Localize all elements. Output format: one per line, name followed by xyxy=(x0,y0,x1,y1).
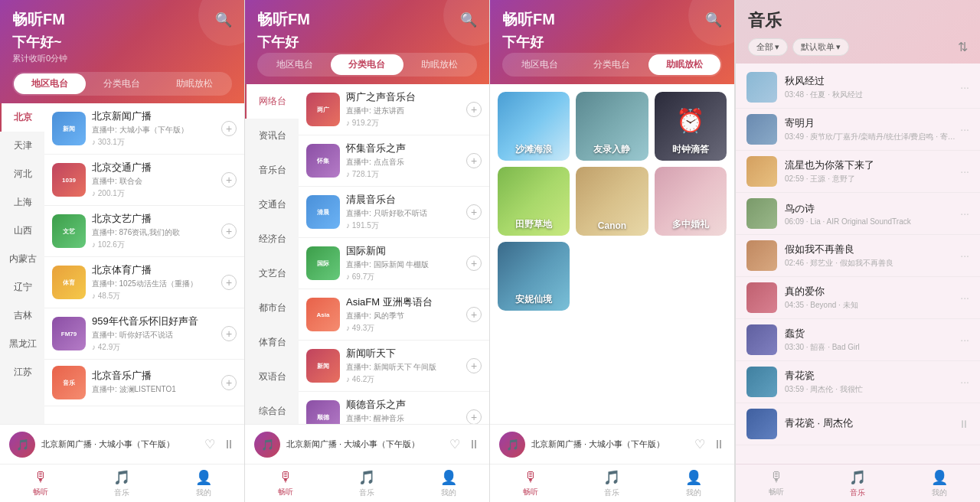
cat-station-7[interactable]: 顺德 顺德音乐之声 直播中: 醒神音乐 ♪ 34.1万 + xyxy=(299,392,489,424)
add-btn-2[interactable]: + xyxy=(221,172,237,187)
song-more-6[interactable]: ··· xyxy=(956,292,969,304)
nav-music-1[interactable]: 🎵 音乐 xyxy=(81,465,162,502)
song-item-5[interactable]: 假如我不再善良 02:46 · 郑艺业 · 假如我不再善良 ··· xyxy=(736,235,980,277)
tab-region-1[interactable]: 地区电台 xyxy=(14,73,86,94)
region-item-jilin[interactable]: 吉林 xyxy=(0,302,44,330)
tab-region-3[interactable]: 地区电台 xyxy=(504,54,576,75)
song-item-2[interactable]: 寄明月 03:49 · 庾节欣/丁嘉升/栾晴丹/统仕泽/费启鸣 · 寄明月 ··… xyxy=(736,109,980,151)
cat-add-2[interactable]: + xyxy=(466,153,482,168)
cat-item-arts[interactable]: 文艺台 xyxy=(245,256,299,291)
cat-item-traffic[interactable]: 交通台 xyxy=(245,187,299,222)
sleep-tile-waterfall[interactable]: 安妮仙境 xyxy=(498,242,570,311)
tab-category-2[interactable]: 分类电台 xyxy=(331,54,403,75)
cat-add-1[interactable]: + xyxy=(466,102,482,117)
tab-category-1[interactable]: 分类电台 xyxy=(86,73,158,94)
song-item-8[interactable]: 青花瓷 03:59 · 周杰伦 · 我很忙 ··· xyxy=(736,361,980,403)
region-item-shanxi[interactable]: 山西 xyxy=(0,217,44,245)
sleep-tile-beach[interactable]: 沙滩海浪 xyxy=(498,92,570,161)
heart-icon-2[interactable]: ♡ xyxy=(449,437,460,451)
cat-item-economy[interactable]: 经济台 xyxy=(245,222,299,256)
cat-add-5[interactable]: + xyxy=(466,307,482,322)
nav-profile-1[interactable]: 👤 我的 xyxy=(163,465,244,502)
cat-station-1[interactable]: 两广 两广之声音乐台 直播中: 进东讲西 ♪ 919.2万 + xyxy=(299,84,489,135)
cat-add-4[interactable]: + xyxy=(466,256,482,271)
region-item-hebei[interactable]: 河北 xyxy=(0,160,44,188)
cat-item-news[interactable]: 资讯台 xyxy=(245,119,299,153)
cat-item-network[interactable]: 网络台 xyxy=(245,84,299,119)
cat-add-6[interactable]: + xyxy=(466,358,482,373)
region-item-jiangsu[interactable]: 江苏 xyxy=(0,358,44,386)
cat-item-sports[interactable]: 体育台 xyxy=(245,325,299,360)
station-item-2[interactable]: 1039 北京交通广播 直播中: 联合会 ♪ 200.1万 + xyxy=(44,155,244,206)
station-item-4[interactable]: 体育 北京体育广播 直播中: 1025动活生活（重播） ♪ 48.5万 + xyxy=(44,257,244,308)
region-item-liaoning[interactable]: 辽宁 xyxy=(0,273,44,302)
region-item-shanghai[interactable]: 上海 xyxy=(0,188,44,217)
cat-station-3[interactable]: 清晨 清晨音乐台 直播中: 只听好歌不听话 ♪ 191.5万 + xyxy=(299,187,489,238)
tab-region-2[interactable]: 地区电台 xyxy=(259,54,331,75)
heart-icon-3[interactable]: ♡ xyxy=(694,437,705,451)
heart-icon-1[interactable]: ♡ xyxy=(204,437,215,451)
add-btn-1[interactable]: + xyxy=(221,121,237,136)
cat-station-6[interactable]: 新闻 新闻听天下 直播中: 新闻听天下 午间版 ♪ 46.2万 + xyxy=(299,341,489,392)
sleep-tile-canon[interactable]: Canon xyxy=(576,167,648,236)
song-item-9[interactable]: 青花瓷 · 周杰伦 ⏸ xyxy=(736,403,980,445)
nav-music-2[interactable]: 🎵 音乐 xyxy=(326,465,407,502)
nav-listen-3[interactable]: 🎙 畅听 xyxy=(490,465,571,502)
nav-listen-1[interactable]: 🎙 畅听 xyxy=(0,465,81,502)
region-item-tianjin[interactable]: 天津 xyxy=(0,132,44,160)
region-item-beijing[interactable]: 北京 xyxy=(0,103,44,132)
song-item-4[interactable]: 鸟の诗 06:09 · Lia · AIR Original SoundTrac… xyxy=(736,193,980,235)
filter-all[interactable]: 全部 ▾ xyxy=(748,38,788,56)
song-more-2[interactable]: ··· xyxy=(956,123,969,135)
song-more-5[interactable]: ··· xyxy=(956,249,969,262)
song-more-7[interactable]: ··· xyxy=(956,334,969,346)
song-more-4[interactable]: ··· xyxy=(956,207,969,220)
song-item-3[interactable]: 流星也为你落下来了 02:59 · 王源 · 意野了 ··· xyxy=(736,151,980,193)
tab-sleep-2[interactable]: 助眠放松 xyxy=(403,54,475,75)
station-item-5[interactable]: FM79 959年代音乐怀旧好声音 直播中: 听你好话不说话 ♪ 42.9万 + xyxy=(44,308,244,360)
tab-sleep-3[interactable]: 助眠放松 xyxy=(648,54,720,75)
sort-icon[interactable]: ⇅ xyxy=(958,40,968,54)
cat-station-2[interactable]: 怀集 怀集音乐之声 直播中: 点点音乐 ♪ 728.1万 + xyxy=(299,135,489,187)
nav-listen-4[interactable]: 🎙 畅听 xyxy=(736,465,817,502)
region-item-neimenggu[interactable]: 内蒙古 xyxy=(0,245,44,273)
cat-item-urban[interactable]: 都市台 xyxy=(245,291,299,325)
nav-profile-4[interactable]: 👤 我的 xyxy=(899,465,980,502)
nav-listen-2[interactable]: 🎙 畅听 xyxy=(245,465,326,502)
sleep-tile-field[interactable]: 田野草地 xyxy=(498,167,570,236)
cat-item-general[interactable]: 综合台 xyxy=(245,394,299,424)
station-item-3[interactable]: 文艺 北京文艺广播 直播中: 876资讯,我们的歌 ♪ 102.6万 + xyxy=(44,206,244,257)
cat-station-5[interactable]: Asia AsiaFM 亚洲粤语台 直播中: 风的季节 ♪ 49.3万 + xyxy=(299,289,489,341)
sleep-tile-clock[interactable]: ⏰ 时钟滴答 xyxy=(655,92,727,161)
station-item-1[interactable]: 新闻 北京新闻广播 直播中: 大城小事（下午版） ♪ 303.1万 + xyxy=(44,103,244,155)
song-more-8[interactable]: ··· xyxy=(956,376,969,388)
pause-icon-3[interactable]: ⏸ xyxy=(713,438,725,451)
sleep-tile-quiet[interactable]: 友录入静 xyxy=(576,92,648,161)
cat-add-3[interactable]: + xyxy=(466,204,482,220)
nav-music-3[interactable]: 🎵 音乐 xyxy=(571,465,652,502)
pause-icon-2[interactable]: ⏸ xyxy=(468,438,480,451)
add-btn-5[interactable]: + xyxy=(221,326,237,341)
song-more-3[interactable]: ··· xyxy=(956,165,969,178)
region-item-heilongjiang[interactable]: 黑龙江 xyxy=(0,330,44,358)
sleep-tile-wedding[interactable]: 多中婚礼 xyxy=(655,167,727,236)
cat-item-bilingual[interactable]: 双语台 xyxy=(245,360,299,394)
add-btn-3[interactable]: + xyxy=(221,223,237,239)
cat-station-4[interactable]: 国际 国际新闻 直播中: 国际新闻 牛棚版 ♪ 69.7万 + xyxy=(299,238,489,289)
tab-category-3[interactable]: 分类电台 xyxy=(576,54,648,75)
cat-add-7[interactable]: + xyxy=(466,409,482,424)
filter-playlist[interactable]: 默认歌单 ▾ xyxy=(792,38,849,56)
song-item-7[interactable]: 蠢货 03:30 · 韶喜 · Bad Girl ··· xyxy=(736,319,980,361)
song-item-1[interactable]: 秋风经过 03:48 · 任夏 · 秋风经过 ··· xyxy=(736,67,980,109)
add-btn-6[interactable]: + xyxy=(221,375,237,390)
nav-music-4[interactable]: 🎵 音乐 xyxy=(817,465,898,502)
pause-icon-1[interactable]: ⏸ xyxy=(223,438,235,451)
nav-profile-3[interactable]: 👤 我的 xyxy=(653,465,734,502)
nav-profile-2[interactable]: 👤 我的 xyxy=(408,465,489,502)
song-item-6[interactable]: 真的爱你 04:35 · Beyond · 未知 ··· xyxy=(736,277,980,319)
add-btn-4[interactable]: + xyxy=(221,275,237,290)
tab-sleep-1[interactable]: 助眠放松 xyxy=(158,73,230,94)
cat-item-music[interactable]: 音乐台 xyxy=(245,153,299,187)
song-more-1[interactable]: ··· xyxy=(956,81,969,93)
song-more-9[interactable]: ⏸ xyxy=(954,418,969,430)
